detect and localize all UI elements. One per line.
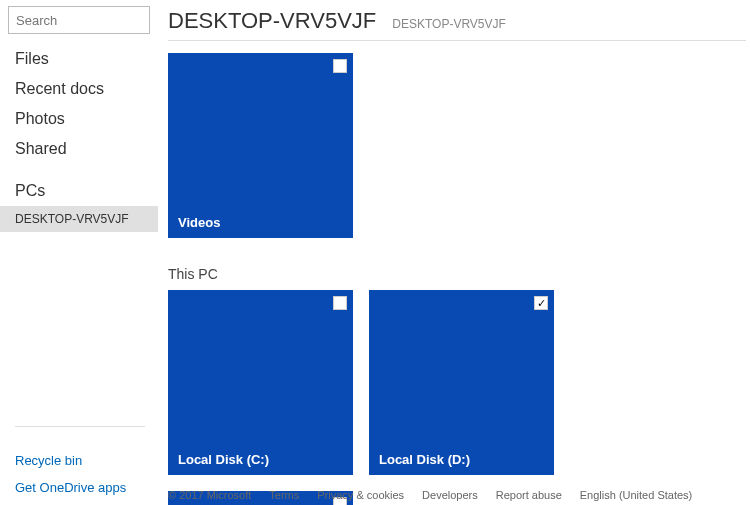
footer-developers[interactable]: Developers: [422, 489, 478, 501]
tile-videos[interactable]: Videos: [168, 53, 353, 238]
checkbox-icon: [333, 296, 347, 310]
recycle-bin-link[interactable]: Recycle bin: [15, 453, 158, 468]
search-input[interactable]: [8, 6, 150, 34]
checkbox-icon: [534, 296, 548, 310]
search-wrap: [0, 6, 158, 44]
nav-photos[interactable]: Photos: [0, 104, 158, 134]
header-divider: [168, 40, 746, 41]
this-pc-label: This PC: [168, 266, 750, 282]
footer-terms[interactable]: Terms: [269, 489, 299, 501]
tile-label: Local Disk (C:): [178, 452, 269, 467]
tile-checkbox[interactable]: [534, 296, 548, 310]
get-onedrive-link[interactable]: Get OneDrive apps: [15, 480, 158, 495]
nav-shared[interactable]: Shared: [0, 134, 158, 164]
sidebar: Files Recent docs Photos Shared PCs DESK…: [0, 0, 158, 505]
nav-recent-docs[interactable]: Recent docs: [0, 74, 158, 104]
nav: Files Recent docs Photos Shared: [0, 44, 158, 164]
pcs-section-label: PCs: [0, 164, 158, 206]
main: DESKTOP-VRV5VJF DESKTOP-VRV5VJF Videos T…: [158, 0, 750, 505]
footer: © 2017 Microsoft Terms Privacy & cookies…: [168, 489, 750, 501]
sidebar-bottom: Recycle bin Get OneDrive apps: [0, 426, 158, 505]
tile-checkbox[interactable]: [333, 296, 347, 310]
tile-checkbox[interactable]: [333, 59, 347, 73]
footer-report-abuse[interactable]: Report abuse: [496, 489, 562, 501]
tile-local-disk-d[interactable]: Local Disk (D:): [369, 290, 554, 475]
tile-label: Local Disk (D:): [379, 452, 470, 467]
header: DESKTOP-VRV5VJF DESKTOP-VRV5VJF: [168, 0, 750, 40]
footer-copyright: © 2017 Microsoft: [168, 489, 251, 501]
tile-local-disk-c[interactable]: Local Disk (C:): [168, 290, 353, 475]
sidebar-divider: [15, 426, 145, 427]
app-root: Files Recent docs Photos Shared PCs DESK…: [0, 0, 750, 505]
checkbox-icon: [333, 59, 347, 73]
library-tiles-row: Videos: [168, 53, 750, 238]
nav-files[interactable]: Files: [0, 44, 158, 74]
breadcrumb: DESKTOP-VRV5VJF: [392, 17, 506, 31]
pc-item-desktop[interactable]: DESKTOP-VRV5VJF: [0, 206, 158, 232]
footer-privacy[interactable]: Privacy & cookies: [317, 489, 404, 501]
page-title: DESKTOP-VRV5VJF: [168, 8, 376, 34]
tile-label: Videos: [178, 215, 220, 230]
this-pc-tiles-row: Local Disk (C:) Local Disk (D:) Removabl…: [168, 290, 750, 505]
footer-language[interactable]: English (United States): [580, 489, 693, 501]
